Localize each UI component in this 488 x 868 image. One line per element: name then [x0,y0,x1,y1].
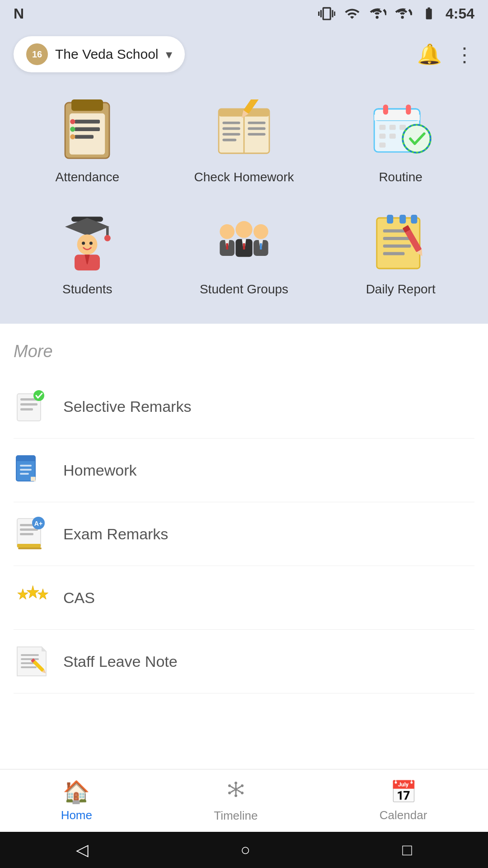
svg-rect-27 [406,104,411,114]
attendance-label: Attendance [55,170,119,184]
svg-rect-2 [70,113,105,155]
svg-rect-29 [389,125,395,130]
timeline-icon [225,778,247,805]
svg-rect-26 [383,104,388,114]
daily-report-label: Daily Report [366,282,436,297]
home-button[interactable]: ○ [240,840,250,859]
svg-rect-30 [399,125,406,130]
svg-point-47 [220,224,235,239]
more-options-icon[interactable]: ⋮ [455,43,474,66]
home-label: Home [61,808,92,822]
status-time: 4:54 [446,5,474,22]
signal2-icon [394,5,412,22]
nav-timeline[interactable]: Timeline [214,778,258,823]
svg-line-114 [230,790,234,793]
svg-point-109 [241,792,244,794]
timeline-label: Timeline [214,809,258,823]
svg-text:A+: A+ [34,520,42,527]
svg-point-50 [253,224,268,239]
svg-point-104 [235,782,237,784]
svg-point-8 [70,134,75,139]
school-selector[interactable]: 16 The Veda School ▾ [14,36,185,72]
svg-rect-33 [389,134,395,139]
vibrate-icon [318,5,335,22]
selective-remarks-label: Selective Remarks [63,398,191,415]
app-icon: N [14,5,24,22]
svg-rect-5 [75,135,94,138]
svg-line-113 [238,790,241,793]
student-groups-icon [212,212,276,275]
list-item-homework[interactable]: Homework [14,439,474,502]
nav-home[interactable]: 🏠 Home [61,779,92,822]
grid-item-routine[interactable]: Routine [327,90,474,193]
staff-leave-note-icon [14,643,50,679]
grid-item-students[interactable]: Students [14,203,161,306]
recent-button[interactable]: □ [402,840,412,859]
list-item-cas[interactable]: CAS [14,566,474,630]
svg-point-106 [228,784,231,787]
student-groups-label: Student Groups [200,282,288,297]
svg-rect-14 [222,133,240,136]
svg-marker-92 [27,585,39,598]
grid-item-daily-report[interactable]: Daily Report [327,203,474,306]
svg-rect-99 [21,666,37,668]
svg-rect-97 [21,658,39,660]
svg-rect-61 [399,215,406,224]
svg-rect-96 [21,654,39,656]
attendance-icon [56,99,119,163]
svg-rect-86 [20,533,33,535]
svg-rect-17 [248,127,265,130]
students-icon [56,212,119,275]
svg-point-44 [89,242,93,245]
calendar-label: Calendar [380,808,427,822]
svg-point-53 [235,221,252,238]
svg-rect-72 [20,403,38,406]
svg-line-112 [230,786,234,788]
home-icon: 🏠 [63,779,90,805]
daily-report-icon [369,212,432,275]
svg-rect-18 [248,133,265,136]
svg-rect-4 [75,127,100,131]
svg-rect-79 [20,469,32,471]
svg-rect-60 [387,215,393,224]
main-grid: Attendance [0,81,488,324]
bottom-nav: 🏠 Home Timeline 📅 Calendar [0,769,488,832]
back-button[interactable]: ◁ [76,840,89,859]
check-homework-icon [212,99,276,163]
list-item-staff-leave-note[interactable]: Staff Leave Note [14,630,474,693]
svg-rect-78 [20,465,32,467]
exam-remarks-label: Exam Remarks [63,525,168,543]
svg-rect-1 [71,99,103,111]
students-label: Students [62,282,113,297]
svg-rect-28 [379,125,385,130]
battery-icon [420,6,437,20]
svg-point-7 [70,127,75,132]
svg-point-108 [228,792,231,794]
notification-bell-icon[interactable]: 🔔 [417,42,442,66]
list-item-selective-remarks[interactable]: Selective Remarks [14,375,474,439]
homework-label: Homework [63,462,136,479]
svg-rect-77 [16,459,35,461]
svg-rect-58 [243,243,245,250]
calendar-icon: 📅 [390,779,417,805]
list-item-exam-remarks[interactable]: A+ Exam Remarks [14,502,474,566]
grid-item-check-homework[interactable]: Check Homework [170,90,318,193]
svg-point-41 [104,235,111,241]
svg-point-42 [77,234,98,255]
svg-rect-66 [383,252,404,255]
grid-item-student-groups[interactable]: Student Groups [170,203,318,306]
android-nav: ◁ ○ □ [0,832,488,868]
top-bar-actions: 🔔 ⋮ [417,42,474,66]
nav-calendar[interactable]: 📅 Calendar [380,779,427,822]
status-bar: N 4:54 [0,0,488,27]
svg-rect-73 [20,408,33,410]
svg-rect-57 [260,243,262,250]
grid-item-attendance[interactable]: Attendance [14,90,161,193]
svg-point-103 [234,788,238,791]
svg-rect-89 [17,544,41,547]
cas-label: CAS [63,589,95,607]
svg-marker-95 [42,647,46,651]
svg-rect-98 [21,662,34,664]
routine-icon [369,99,432,163]
svg-point-6 [70,119,75,124]
